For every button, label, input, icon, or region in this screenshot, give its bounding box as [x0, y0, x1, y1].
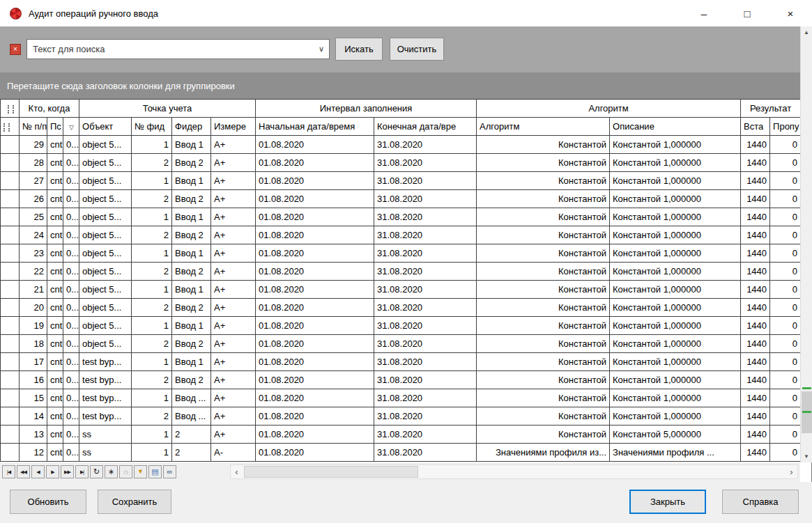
- grid-cell[interactable]: Константой 1,000000: [610, 281, 741, 299]
- grid-cell[interactable]: 01.08.2020: [256, 208, 374, 226]
- grid-cell[interactable]: 0: [770, 172, 800, 190]
- grid-cell[interactable]: 31.08.2020: [374, 299, 477, 317]
- grid-cell[interactable]: 17: [20, 353, 47, 371]
- grid-cell[interactable]: 0...: [63, 226, 79, 244]
- grid-cell[interactable]: 0: [770, 371, 800, 389]
- grid-cell[interactable]: 1: [132, 208, 172, 226]
- grid-cell[interactable]: object 5...: [79, 281, 132, 299]
- grid-cell[interactable]: Константой: [477, 389, 610, 407]
- grid-cell[interactable]: cnt: [47, 172, 63, 190]
- row-indicator[interactable]: [1, 172, 20, 190]
- grid-cell[interactable]: Ввод 1: [172, 208, 211, 226]
- grid-cell[interactable]: object 5...: [79, 208, 132, 226]
- table-row[interactable]: 13cnt0...ss12A+01.08.202031.08.2020Конст…: [1, 426, 801, 444]
- column-header[interactable]: Конечная дата/вре: [374, 118, 477, 136]
- grid-cell[interactable]: Значениями профиля ...: [610, 444, 741, 462]
- nav-next-button[interactable]: ▶: [46, 465, 59, 478]
- grid-cell[interactable]: 31.08.2020: [374, 426, 477, 444]
- grid-cell[interactable]: 31.08.2020: [374, 154, 477, 172]
- table-row[interactable]: 18cnt0...object 5...2Ввод 2A+01.08.20203…: [1, 335, 801, 353]
- grid-cell[interactable]: Константой 1,000000: [610, 317, 741, 335]
- row-indicator[interactable]: [1, 444, 20, 462]
- column-header[interactable]: Фидер: [172, 118, 211, 136]
- grid-cell[interactable]: Константой 1,000000: [610, 208, 741, 226]
- grid-cell[interactable]: 0: [770, 353, 800, 371]
- grid-cell[interactable]: Ввод 1: [172, 136, 211, 154]
- grid-cell[interactable]: 01.08.2020: [256, 190, 374, 208]
- grid-cell[interactable]: Значениями профиля из...: [477, 444, 610, 462]
- grid-cell[interactable]: 29: [20, 136, 47, 154]
- search-button[interactable]: Искать: [335, 38, 383, 61]
- grid-cell[interactable]: 2: [172, 426, 211, 444]
- row-indicator[interactable]: [1, 263, 20, 281]
- column-header[interactable]: Начальная дата/время: [256, 118, 374, 136]
- grid-cell[interactable]: Константой 1,000000: [610, 263, 741, 281]
- grid-cell[interactable]: 21: [20, 281, 47, 299]
- grid-cell[interactable]: 1440: [741, 444, 770, 462]
- grid-cell[interactable]: 2: [132, 154, 172, 172]
- grid-cell[interactable]: 31.08.2020: [374, 263, 477, 281]
- grid-cell[interactable]: 01.08.2020: [256, 263, 374, 281]
- table-row[interactable]: 23cnt0...object 5...1Ввод 1A+01.08.20203…: [1, 244, 801, 263]
- grid-cell[interactable]: 2: [132, 190, 172, 208]
- grid-cell[interactable]: A+: [211, 407, 256, 426]
- grid-cell[interactable]: 20: [20, 299, 47, 317]
- column-header[interactable]: Измере: [211, 118, 256, 136]
- scroll-right-icon[interactable]: ›: [786, 465, 797, 478]
- grid-cell[interactable]: 1440: [741, 244, 770, 263]
- grid-cell[interactable]: 28: [20, 154, 47, 172]
- grid-cell[interactable]: Константой: [477, 208, 610, 226]
- table-row[interactable]: 29cnt0...object 5...1Ввод 1A+01.08.20203…: [1, 136, 801, 154]
- horizontal-scrollbar-thumb[interactable]: [244, 466, 418, 478]
- group-header[interactable]: Кто, когда: [20, 100, 79, 118]
- table-row[interactable]: 27cnt0...object 5...1Ввод 1A+01.08.20203…: [1, 172, 801, 190]
- group-header[interactable]: Точка учета: [79, 100, 256, 118]
- grid-cell[interactable]: 31.08.2020: [374, 389, 477, 407]
- grid-cell[interactable]: Константой: [477, 371, 610, 389]
- grid-cell[interactable]: 0: [770, 208, 800, 226]
- grid-cell[interactable]: 31.08.2020: [374, 136, 477, 154]
- grid-cell[interactable]: 01.08.2020: [256, 172, 374, 190]
- table-row[interactable]: 24cnt0...object 5...2Ввод 2A+01.08.20203…: [1, 226, 801, 244]
- row-indicator[interactable]: [1, 226, 20, 244]
- grid-cell[interactable]: Ввод 2: [172, 190, 211, 208]
- grid-cell[interactable]: 1: [132, 444, 172, 462]
- column-header[interactable]: Алгоритм: [477, 118, 610, 136]
- grid-cell[interactable]: 01.08.2020: [256, 407, 374, 426]
- grid-cell[interactable]: 0: [770, 407, 800, 426]
- grid-cell[interactable]: 01.08.2020: [256, 353, 374, 371]
- grid-cell[interactable]: Константой 1,000000: [610, 371, 741, 389]
- group-header[interactable]: Результат: [741, 100, 800, 118]
- grid-cell[interactable]: 0...: [63, 299, 79, 317]
- grid-cell[interactable]: 2: [132, 407, 172, 426]
- grid-cell[interactable]: 0: [770, 299, 800, 317]
- grid-cell[interactable]: 1440: [741, 335, 770, 353]
- grid-cell[interactable]: 0: [770, 389, 800, 407]
- grid-cell[interactable]: 1440: [741, 389, 770, 407]
- grid-cell[interactable]: 2: [132, 371, 172, 389]
- grid-cell[interactable]: object 5...: [79, 244, 132, 263]
- grid-cell[interactable]: Константой: [477, 226, 610, 244]
- grid-cell[interactable]: A+: [211, 226, 256, 244]
- grid-cell[interactable]: cnt: [47, 208, 63, 226]
- grid-cell[interactable]: object 5...: [79, 335, 132, 353]
- grid-cell[interactable]: object 5...: [79, 190, 132, 208]
- grid-cell[interactable]: test byp...: [79, 407, 132, 426]
- grid-cell[interactable]: Ввод 1: [172, 281, 211, 299]
- grid-cell[interactable]: 2: [172, 444, 211, 462]
- grid-cell[interactable]: 0...: [63, 281, 79, 299]
- grid-cell[interactable]: Ввод 1: [172, 317, 211, 335]
- table-row[interactable]: 12cnt0...ss12A-01.08.202031.08.2020Значе…: [1, 444, 801, 462]
- row-indicator[interactable]: [1, 208, 20, 226]
- grid-cell[interactable]: 31.08.2020: [374, 407, 477, 426]
- column-header[interactable]: ▽: [63, 118, 79, 136]
- grid-cell[interactable]: 1440: [741, 317, 770, 335]
- grid-cell[interactable]: object 5...: [79, 317, 132, 335]
- grid-cell[interactable]: 0...: [63, 208, 79, 226]
- vertical-scrollbar[interactable]: ▲ ▼: [800, 26, 812, 462]
- grid-cell[interactable]: 31.08.2020: [374, 208, 477, 226]
- table-row[interactable]: 21cnt0...object 5...1Ввод 1A+01.08.20203…: [1, 281, 801, 299]
- clear-button[interactable]: Очистить: [390, 38, 444, 61]
- grid-cell[interactable]: Константой 5,000000: [610, 426, 741, 444]
- grid-cell[interactable]: A+: [211, 172, 256, 190]
